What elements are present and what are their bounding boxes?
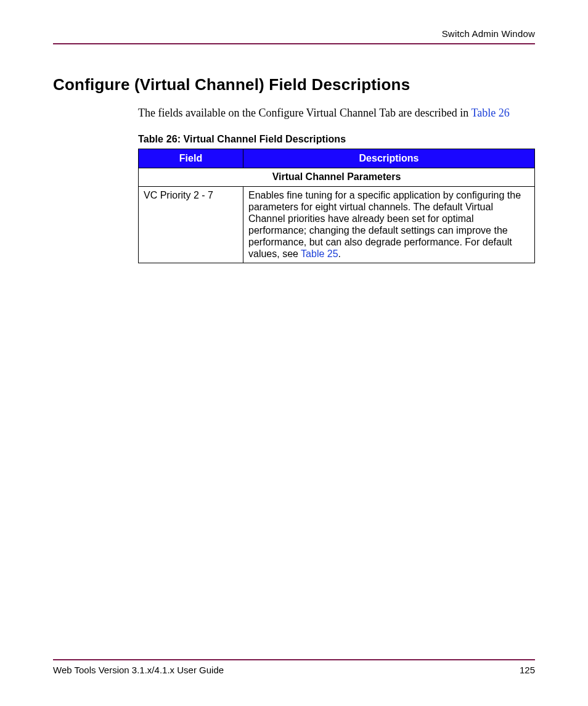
- col-header-field: Field: [139, 149, 243, 168]
- header-rule: [53, 43, 535, 44]
- footer-page-number: 125: [520, 665, 535, 675]
- cell-description: Enables fine tuning for a specific appli…: [243, 187, 535, 263]
- field-descriptions-table: Field Descriptions Virtual Channel Param…: [138, 149, 535, 263]
- section-heading: Configure (Virtual Channel) Field Descri…: [53, 75, 535, 94]
- desc-link[interactable]: Table 25: [301, 248, 338, 259]
- running-header: Switch Admin Window: [442, 28, 535, 39]
- table-row: VC Priority 2 - 7 Enables fine tuning fo…: [139, 187, 535, 263]
- table-header-row: Field Descriptions: [139, 149, 535, 168]
- intro-text: The fields available on the Configure Vi…: [138, 107, 472, 119]
- footer-left: Web Tools Version 3.1.x/4.1.x User Guide: [53, 665, 224, 675]
- table-caption: Table 26: Virtual Channel Field Descript…: [138, 134, 535, 145]
- intro-paragraph: The fields available on the Configure Vi…: [138, 105, 535, 120]
- page: Switch Admin Window Configure (Virtual C…: [0, 0, 588, 706]
- desc-text-pre: Enables fine tuning for a specific appli…: [248, 190, 521, 258]
- subheader-cell: Virtual Channel Parameters: [139, 168, 535, 187]
- cell-field: VC Priority 2 - 7: [139, 187, 243, 263]
- footer-rule: [53, 659, 535, 660]
- col-header-descriptions: Descriptions: [243, 149, 535, 168]
- intro-link[interactable]: Table 26: [472, 107, 510, 119]
- table-subheader-row: Virtual Channel Parameters: [139, 168, 535, 187]
- desc-text-post: .: [338, 248, 341, 259]
